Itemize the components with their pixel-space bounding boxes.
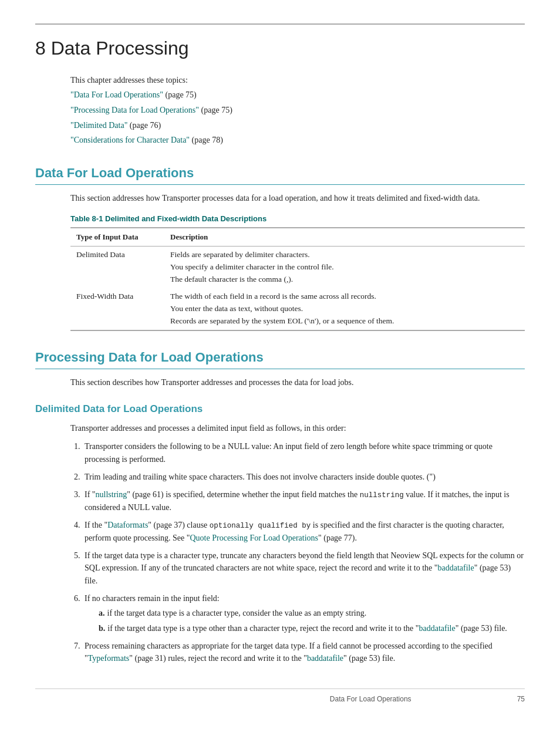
list-item: Trim leading and trailing white space ch… (82, 471, 525, 484)
link-quote-processing[interactable]: Quote Processing For Load Operations (190, 534, 319, 542)
toc-link-3[interactable]: "Delimited Data" (page 76) (70, 119, 525, 132)
intro-text: This chapter addresses these topics: (70, 74, 525, 87)
footer-section: Data For Load Operations (330, 694, 411, 705)
section1-heading: Data For Load Operations (35, 163, 525, 185)
list-item: If the target data type is a character t… (82, 549, 525, 588)
section1-body: This section addresses how Transporter p… (70, 192, 525, 205)
section3-intro: Transporter addresses and processes a de… (70, 422, 525, 435)
toc-link-2[interactable]: "Processing Data for Load Operations" (p… (70, 104, 525, 117)
list-item: If the "Dataformats" (page 37) clause op… (82, 519, 525, 545)
link-baddatafile-6b[interactable]: baddatafile (419, 624, 456, 633)
sub-list-item-b: if the target data type is a type other … (96, 622, 525, 635)
table-header-type: Type of Input Data (70, 228, 164, 247)
list-item: If "nullstring" (page 61) is specified, … (82, 488, 525, 514)
section2-heading: Processing Data for Load Operations (35, 347, 525, 369)
chapter-title: 8 Data Processing (35, 23, 525, 63)
link-nullstring[interactable]: nullstring (96, 490, 127, 499)
table-row: Fixed-Width Data The width of each field… (70, 288, 525, 330)
table-caption: Table 8-1 Delimited and Fixed-width Data… (70, 213, 525, 225)
row1-desc: Fields are separated by delimiter charac… (164, 247, 525, 288)
toc-link-char-data[interactable]: "Considerations for Character Data" (70, 136, 190, 144)
table-header-desc: Description (164, 228, 525, 247)
page-number: 75 (517, 694, 525, 705)
section2-body: This section describes how Transporter a… (70, 376, 525, 389)
list-item: If no characters remain in the input fie… (82, 592, 525, 635)
list-item: Process remaining characters as appropri… (82, 640, 525, 665)
toc-link-1[interactable]: "Data For Load Operations" (page 75) (70, 89, 525, 102)
link-baddatafile-7[interactable]: baddatafile (307, 654, 343, 663)
chapter-number: 8 (35, 38, 46, 59)
toc-link-processing-data[interactable]: "Processing Data for Load Operations" (70, 106, 199, 114)
list-item: Transporter considers the following to b… (82, 440, 525, 465)
chapter-intro: This chapter addresses these topics: "Da… (70, 74, 525, 147)
page-footer: Data For Load Operations 75 (35, 688, 525, 705)
sub-list-item-a: if the target data type is a character t… (96, 607, 525, 620)
toc-link-delimited[interactable]: "Delimited Data" (70, 121, 127, 130)
row2-desc: The width of each field in a record is t… (164, 288, 525, 330)
toc-link-data-for-load[interactable]: "Data For Load Operations" (70, 90, 163, 99)
link-dataformats[interactable]: Dataformats (107, 521, 148, 529)
chapter-title-text: Data Processing (51, 38, 189, 59)
section3-heading: Delimited Data for Load Operations (35, 401, 525, 417)
toc-link-4[interactable]: "Considerations for Character Data" (pag… (70, 134, 525, 147)
steps-list: Transporter considers the following to b… (82, 440, 525, 665)
data-table: Type of Input Data Description Delimited… (70, 227, 525, 331)
sub-list: if the target data type is a character t… (96, 607, 525, 634)
link-baddatafile-5[interactable]: baddatafile (438, 563, 474, 572)
link-typeformats[interactable]: Typeformats (88, 654, 130, 663)
row2-type: Fixed-Width Data (70, 288, 164, 330)
row1-type: Delimited Data (70, 247, 164, 288)
table-row: Delimited Data Fields are separated by d… (70, 247, 525, 288)
